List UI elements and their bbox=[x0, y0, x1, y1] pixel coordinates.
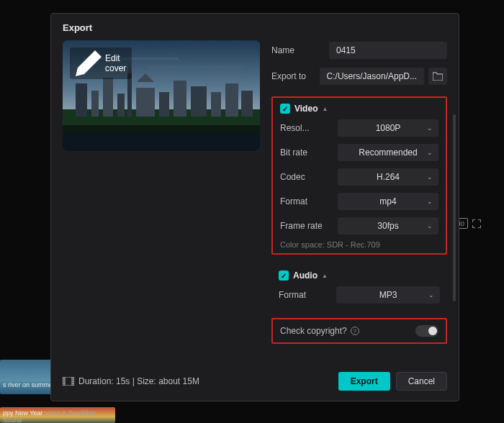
svg-rect-8 bbox=[127, 73, 132, 117]
audio-checkbox[interactable]: ✓ bbox=[279, 270, 289, 281]
video-section: ✓ Video ▲ Resol... 1080P⌄ Bit rate Recom… bbox=[271, 96, 447, 255]
export-path-input[interactable]: C:/Users/Jason/AppD... bbox=[320, 68, 424, 85]
framerate-label: Frame rate bbox=[280, 221, 330, 231]
pencil-icon bbox=[76, 50, 102, 76]
video-section-title: Video bbox=[294, 104, 318, 114]
video-format-select[interactable]: mp4⌄ bbox=[338, 193, 438, 210]
export-dialog: Export bbox=[50, 13, 459, 401]
audio-section-header[interactable]: ✓ Audio ▲ bbox=[279, 270, 440, 281]
name-label: Name bbox=[271, 45, 322, 55]
name-input[interactable]: 0415 bbox=[329, 42, 447, 59]
audio-format-select[interactable]: MP3⌄ bbox=[336, 286, 440, 304]
timeline-thumb: ppy New Year Voice & Sparkling Sound bbox=[0, 407, 115, 423]
svg-rect-6 bbox=[103, 78, 113, 117]
chevron-down-icon: ⌄ bbox=[427, 173, 433, 181]
svg-rect-16 bbox=[225, 83, 238, 117]
framerate-select[interactable]: 30fps⌄ bbox=[338, 217, 438, 235]
svg-rect-2 bbox=[63, 134, 260, 151]
folder-icon bbox=[433, 72, 443, 81]
svg-rect-15 bbox=[211, 92, 221, 117]
edit-cover-label: Edit cover bbox=[105, 53, 126, 73]
cover-thumbnail: Edit cover bbox=[63, 40, 260, 151]
browse-folder-button[interactable] bbox=[428, 68, 447, 85]
footer-info: Duration: 15s | Size: about 15M bbox=[78, 376, 199, 386]
svg-rect-14 bbox=[191, 86, 207, 117]
info-icon[interactable]: ? bbox=[351, 327, 359, 335]
audio-format-label: Format bbox=[279, 290, 329, 300]
export-button[interactable]: Export bbox=[338, 372, 390, 391]
colorspace-info: Color space: SDR - Rec.709 bbox=[280, 240, 438, 249]
svg-rect-12 bbox=[159, 92, 169, 117]
check-copyright-label: Check copyright? bbox=[280, 326, 347, 336]
chevron-down-icon: ⌄ bbox=[428, 291, 434, 299]
svg-rect-17 bbox=[241, 91, 253, 117]
audio-section-title: Audio bbox=[293, 270, 318, 281]
codec-select[interactable]: H.264⌄ bbox=[338, 168, 438, 186]
resolution-label: Resol... bbox=[280, 123, 330, 133]
check-copyright-toggle[interactable] bbox=[415, 325, 438, 337]
chevron-up-icon: ▲ bbox=[322, 106, 328, 112]
svg-rect-19 bbox=[149, 66, 243, 68]
film-icon bbox=[63, 377, 74, 386]
cancel-button[interactable]: Cancel bbox=[396, 372, 447, 391]
audio-section: ✓ Audio ▲ Format MP3⌄ bbox=[271, 265, 447, 309]
dialog-title: Export bbox=[51, 14, 459, 40]
video-format-label: Format bbox=[280, 196, 330, 206]
chevron-down-icon: ⌄ bbox=[427, 222, 433, 229]
resolution-select[interactable]: 1080P⌄ bbox=[338, 119, 438, 137]
svg-rect-5 bbox=[91, 91, 99, 117]
scrollbar[interactable] bbox=[453, 114, 456, 352]
export-to-label: Export to bbox=[271, 71, 312, 81]
svg-rect-7 bbox=[117, 94, 125, 117]
bitrate-select[interactable]: Recommended⌄ bbox=[338, 144, 438, 161]
bitrate-label: Bit rate bbox=[280, 147, 330, 158]
chevron-up-icon: ▲ bbox=[322, 273, 328, 279]
fullscreen-icon bbox=[472, 219, 481, 228]
edit-cover-button[interactable]: Edit cover bbox=[70, 47, 132, 79]
chevron-down-icon: ⌄ bbox=[427, 124, 433, 132]
codec-label: Codec bbox=[280, 172, 330, 182]
video-checkbox[interactable]: ✓ bbox=[280, 104, 290, 114]
video-section-header[interactable]: ✓ Video ▲ bbox=[280, 104, 438, 114]
check-copyright-row: Check copyright? ? bbox=[271, 318, 447, 344]
svg-rect-4 bbox=[76, 83, 87, 117]
chevron-down-icon: ⌄ bbox=[427, 198, 433, 205]
chevron-down-icon: ⌄ bbox=[427, 149, 433, 156]
svg-rect-13 bbox=[174, 81, 186, 117]
svg-rect-10 bbox=[136, 88, 155, 117]
